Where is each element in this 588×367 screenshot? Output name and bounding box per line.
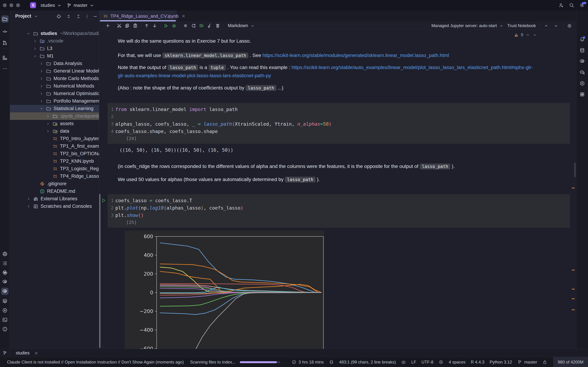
panel-options-button[interactable] — [84, 13, 91, 20]
run-button[interactable] — [162, 22, 170, 29]
strip-database-button[interactable] — [579, 47, 586, 54]
tree-row-data-analysis[interactable]: Data Analysis — [10, 60, 99, 67]
share-button[interactable] — [556, 1, 566, 9]
error-stripe-mark[interactable] — [572, 298, 575, 299]
close-icon[interactable] — [181, 14, 186, 18]
search-everywhere-button[interactable] — [567, 1, 576, 9]
tree-row-numerical-optimisation[interactable]: Numerical Optimisation — [10, 90, 99, 97]
next-cell-button[interactable] — [553, 23, 559, 28]
settings-button[interactable] — [578, 1, 587, 9]
encoding-selector[interactable]: UTF-8 — [421, 360, 433, 365]
tree-row-tp3-logistic-regression-ar[interactable]: TP3_Logistic_Regression_ar — [10, 165, 99, 173]
arrow-up-button[interactable] — [143, 22, 151, 29]
stop-button[interactable] — [182, 22, 190, 29]
chevron-up-icon[interactable] — [525, 32, 530, 37]
tree-row--vscode[interactable]: .vscode — [10, 37, 99, 45]
locate-file-button[interactable] — [55, 13, 62, 20]
git-toolwindow-button[interactable] — [0, 349, 10, 357]
debug-button[interactable] — [170, 22, 178, 29]
tree-row-statistical-learning[interactable]: Statistical Learning — [10, 105, 99, 112]
ai-assistant-icon[interactable] — [401, 360, 406, 365]
strip-ai-assistant-button[interactable] — [579, 69, 586, 76]
strip-r-console-button[interactable]: R — [1, 278, 9, 285]
strip-graphql-button[interactable] — [1, 250, 9, 258]
code-line[interactable]: 4coefs_lasso.shape, coefs_lasso.shape — [109, 128, 570, 135]
code-line[interactable]: 1from sklearn.linear_model import lasso_… — [109, 106, 570, 113]
inspections-widget[interactable]: 9 — [514, 32, 537, 37]
cut-button[interactable] — [115, 22, 123, 29]
strip-problems-button[interactable] — [1, 325, 9, 333]
add-button[interactable] — [104, 22, 112, 29]
lock-open-icon[interactable] — [542, 360, 547, 365]
r-interpreter[interactable]: R 4.4.3 — [471, 360, 484, 365]
strip-terminal-button[interactable] — [1, 316, 9, 324]
code-cell[interactable]: 1coefs_lasso = coefs_lasso.T2plt.plot(np… — [108, 194, 570, 228]
expand-all-button[interactable] — [65, 13, 72, 20]
close-icon[interactable] — [34, 350, 39, 356]
code-hexagon-icon[interactable] — [329, 360, 334, 365]
strip-project-folder-button[interactable] — [1, 15, 9, 23]
code-line[interactable]: 3plt.show() — [109, 212, 570, 219]
strip-structure-button[interactable] — [1, 54, 9, 61]
session-time[interactable]: 3 hrs 18 mins — [292, 360, 324, 365]
caret-position[interactable]: 483:1 (99 chars, 2 line breaks) — [339, 360, 396, 365]
window-zoom-button[interactable] — [16, 3, 20, 7]
memory-indicator[interactable]: 980 of 4200M — [553, 357, 588, 367]
tab-notebook[interactable]: TP4_Ridge_Lasso_and_CV.ipynb — [99, 10, 177, 22]
tree-row-tp1-a-first-example-ipynb[interactable]: TP1_A_first_example.ipynb — [10, 142, 99, 150]
record-icon[interactable] — [439, 360, 443, 365]
tree-row-assets[interactable]: assets — [10, 120, 99, 127]
jupyter-server-select[interactable]: Managed Jupyter server: auto-start — [431, 23, 504, 28]
tree-row-numerical-methods[interactable]: Numerical Methods — [10, 82, 99, 90]
strip-more-button[interactable] — [1, 65, 9, 72]
tree-row-readme-md[interactable]: README.md — [10, 188, 99, 195]
toolwindow-tab-studies[interactable]: studies — [16, 350, 39, 356]
restart-button[interactable] — [190, 22, 198, 29]
strip-plugin-button[interactable] — [579, 91, 586, 98]
tree-row-general-linear-models[interactable]: General Linear Models — [10, 67, 99, 75]
line-ending-selector[interactable]: LF — [411, 360, 416, 365]
clean-button[interactable] — [206, 22, 214, 29]
code-line[interactable]: 1coefs_lasso = coefs_lasso.T — [109, 197, 570, 204]
code-line[interactable]: 3alphas_lasso, coefs_lasso, _ = lasso_pa… — [109, 120, 570, 128]
collapse-all-button[interactable] — [75, 13, 82, 20]
strip-r-packages-button[interactable]: R — [1, 288, 9, 295]
error-stripe-mark[interactable] — [572, 270, 575, 271]
run-all-button[interactable] — [198, 22, 206, 29]
arrow-down-button[interactable] — [151, 22, 159, 29]
error-stripe-mark[interactable] — [572, 309, 575, 310]
tree-row--ipynb-checkpoints[interactable]: .ipynb_checkpoints — [10, 112, 99, 120]
strip-r-lang-button[interactable]: R — [579, 58, 586, 65]
code-line[interactable]: 2plt.plot(np.log10(alphas_lasso), coefs_… — [109, 204, 570, 212]
chevron-down-icon[interactable] — [532, 32, 537, 37]
paste-button[interactable] — [131, 22, 139, 29]
tree-row-scratches-and-consoles[interactable]: Scratches and Consoles — [10, 202, 99, 210]
status-notification[interactable]: Claude Client is not installed // Open I… — [7, 360, 184, 365]
tree-row--gitignore[interactable]: .gitignore — [10, 180, 99, 188]
run-cell-gutter-button[interactable] — [101, 197, 106, 203]
strip-todo-button[interactable] — [1, 260, 9, 267]
indent-selector[interactable]: 4 spaces — [449, 360, 466, 365]
tree-row-tp0-intro-jupyter-python-ip[interactable]: TP0_Intro_Jupyter_Python.ip — [10, 135, 99, 142]
tree-row-data[interactable]: data — [10, 127, 99, 135]
editor-scrollbar[interactable] — [574, 163, 576, 177]
strip-services-button[interactable] — [1, 307, 9, 314]
hide-panel-button[interactable] — [92, 13, 99, 20]
window-close-button[interactable] — [3, 3, 7, 7]
window-minimize-button[interactable] — [9, 3, 13, 7]
code-cell[interactable]: 1from sklearn.linear_model import lasso_… — [108, 103, 570, 144]
cell-type-select[interactable]: Markdown — [228, 23, 255, 28]
project-selector[interactable]: studies — [41, 2, 62, 8]
strip-layers-button[interactable] — [1, 297, 9, 305]
tree-row-monte-carlo-methods[interactable]: Monte Carlo Methods — [10, 75, 99, 82]
browser-preview-button[interactable] — [566, 23, 573, 28]
hyperlink[interactable]: https://scikit-learn.org/stable/modules/… — [262, 53, 449, 58]
chevron-down-icon[interactable] — [34, 13, 38, 19]
error-stripe-mark[interactable] — [572, 289, 575, 290]
tree-row-tp2-bis-optional-ipynb[interactable]: TP2_bis_OPTIONAL.ipynb — [10, 150, 99, 158]
tree-row-tp2-knn-ipynb[interactable]: TP2_KNN.ipynb — [10, 158, 99, 165]
git-branch-widget[interactable]: master — [517, 360, 537, 365]
tree-row-m1[interactable]: M1 — [10, 52, 99, 60]
python-interpreter[interactable]: Python 3.12 — [490, 360, 512, 365]
strip-bell-button[interactable] — [579, 36, 586, 43]
